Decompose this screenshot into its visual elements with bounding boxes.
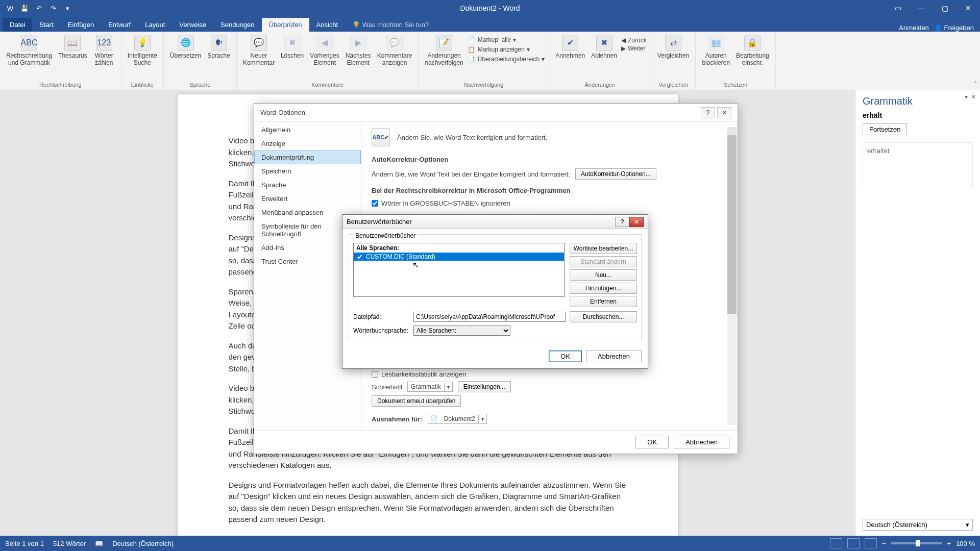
recheck-document-button[interactable]: Dokument erneut überprüfen [372, 395, 461, 407]
reviewpane-dropdown[interactable]: 📑Überarbeitungsbereich ▾ [468, 55, 545, 63]
tab-references[interactable]: Verweise [172, 18, 213, 32]
dict-lang-dropdown[interactable]: Alle Sprachen: [413, 325, 510, 336]
showcomments-button[interactable]: 💬Kommentare anzeigen [375, 34, 414, 68]
dict-list-item[interactable]: CUSTOM.DIC (Standard) [354, 253, 564, 261]
tab-review[interactable]: Überprüfen [262, 18, 309, 32]
resume-button[interactable]: Fortsetzen [863, 123, 907, 135]
help-icon[interactable]: ? [701, 107, 715, 118]
deletecomment-button[interactable]: ✖Löschen [279, 34, 306, 60]
translate-button[interactable]: 🌐Übersetzen [168, 34, 203, 60]
grammar-language-dropdown[interactable]: Deutsch (Österreich)▾ [863, 519, 973, 531]
paragraph[interactable]: Designs und Formatvorlagen helfen auch d… [229, 480, 627, 525]
word-app-icon[interactable]: W [5, 3, 15, 13]
dict-close-icon[interactable]: ✕ [629, 217, 644, 227]
smartlookup-button[interactable]: 💡Intelligente Suche [126, 34, 159, 68]
minimize-icon[interactable]: — [910, 0, 933, 16]
chk-readability-box[interactable] [372, 371, 378, 378]
grammar-suggestion[interactable]: erhaltet [863, 142, 973, 188]
options-cat-general[interactable]: Allgemein [254, 123, 361, 137]
status-language[interactable]: Deutsch (Österreich) [112, 540, 174, 547]
remove-dict-button[interactable]: Entfernen [570, 296, 637, 307]
ribbon-display-options-icon[interactable]: ▭ [886, 0, 910, 16]
options-ok-button[interactable]: OK [635, 436, 669, 448]
tab-insert[interactable]: Einfügen [61, 18, 101, 32]
zoom-in-icon[interactable]: + [947, 540, 951, 547]
tab-mailings[interactable]: Sendungen [213, 18, 262, 32]
zoom-out-icon[interactable]: − [882, 540, 886, 547]
newcomment-button[interactable]: 💬Neuer Kommentar [241, 34, 277, 68]
options-cat-advanced[interactable]: Erweitert [254, 192, 361, 206]
language-button[interactable]: 🗣Sprache [205, 34, 232, 60]
chk-uppercase-box[interactable] [372, 200, 378, 207]
tab-view[interactable]: Ansicht [309, 18, 346, 32]
compare-button[interactable]: ⇄Vergleichen [655, 34, 692, 60]
zoom-thumb[interactable] [916, 540, 920, 546]
status-wordcount[interactable]: 512 Wörter [53, 540, 86, 547]
reject-button[interactable]: ✖Ablehnen [589, 34, 619, 60]
status-page[interactable]: Seite 1 von 1 [5, 540, 44, 547]
edit-wordlist-button[interactable]: Wortliste bearbeiten... [570, 243, 637, 254]
options-cat-display[interactable]: Anzeige [254, 137, 361, 151]
markup-display-dropdown[interactable]: 📄Markup: alle ▾ [468, 36, 545, 44]
new-dict-button[interactable]: Neu... [570, 269, 637, 281]
accept-button[interactable]: ✔Annehmen [553, 34, 587, 60]
printlayout-view-icon[interactable] [847, 538, 860, 548]
redo-icon[interactable]: ↷ [48, 3, 58, 13]
nextcomment-button[interactable]: ▶Nächstes Element [344, 34, 373, 68]
qat-customize-icon[interactable]: ▾ [62, 3, 72, 13]
options-cancel-button[interactable]: Abbrechen [674, 436, 729, 448]
tab-file[interactable]: Datei [3, 18, 32, 32]
chk-uppercase[interactable]: Wörter in GROSSBUCHSTABEN ignorieren [372, 199, 727, 207]
dict-cancel-button[interactable]: Abbrechen [586, 350, 642, 362]
undo-icon[interactable]: ↶ [34, 3, 44, 13]
restrict-button[interactable]: 🔒Bearbeitung einschr. [734, 34, 771, 68]
close-icon[interactable]: ✕ [957, 0, 980, 16]
spelling-button[interactable]: ABCRechtschreibung und Grammatik [4, 34, 54, 68]
zoom-slider[interactable] [891, 542, 942, 544]
add-dict-button[interactable]: Hinzufügen... [570, 283, 637, 294]
weblayout-view-icon[interactable] [865, 538, 877, 548]
scroll-thumb[interactable] [727, 135, 737, 314]
status-proofing-icon[interactable]: 📖 [95, 540, 103, 547]
change-default-button[interactable]: Standard ändern [570, 256, 637, 267]
scroll-up-icon[interactable] [727, 127, 737, 135]
chk-readability[interactable]: Lesbarkeitsstatistik anzeigen [372, 370, 727, 378]
dict-item-checkbox[interactable] [356, 254, 363, 260]
tab-home[interactable]: Start [32, 18, 60, 32]
maximize-icon[interactable]: ▢ [933, 0, 957, 16]
prevcomment-button[interactable]: ◀Vorheriges Element [308, 34, 341, 68]
wordcount-button[interactable]: 123Wörter zählen [91, 34, 117, 68]
prev-change-button[interactable]: ◀ Zurück [621, 37, 647, 44]
tab-draw[interactable]: Entwurf [101, 18, 138, 32]
signin-link[interactable]: Anmelden [899, 24, 929, 32]
share-button[interactable]: 👤 Freigeben [934, 24, 974, 32]
dict-path-field[interactable] [413, 312, 566, 322]
pane-close-icon[interactable]: ✕ [971, 93, 976, 101]
blockauthors-button[interactable]: 👥Autoren blockieren [700, 34, 732, 68]
readmode-view-icon[interactable] [830, 538, 842, 548]
trackchanges-button[interactable]: 📝Änderungen nachverfolgen [423, 34, 465, 68]
thesaurus-button[interactable]: 📖Thesaurus [56, 34, 89, 60]
options-close-icon[interactable]: ✕ [717, 107, 731, 118]
pane-options-icon[interactable]: ▾ [965, 93, 968, 101]
browse-button[interactable]: Durchsuchen... [570, 311, 637, 322]
options-cat-save[interactable]: Speichern [254, 164, 361, 178]
writing-style-dropdown[interactable]: Grammatik▾ [407, 382, 453, 392]
dict-titlebar[interactable]: Benutzerwörterbücher ? ✕ [342, 215, 648, 229]
writing-style-settings-button[interactable]: Einstellungen... [458, 381, 511, 392]
tab-layout[interactable]: Layout [138, 18, 172, 32]
zoom-level[interactable]: 100 % [956, 540, 975, 547]
exceptions-dropdown[interactable]: 📄Dokument2▾ [428, 414, 487, 424]
save-icon[interactable]: 💾 [19, 3, 30, 13]
tell-me[interactable]: 💡 Was möchten Sie tun? [345, 18, 436, 32]
collapse-ribbon-icon[interactable]: ˄ [974, 81, 977, 88]
options-cat-proofing[interactable]: Dokumentprüfung [254, 151, 361, 164]
dict-ok-button[interactable]: OK [549, 350, 582, 362]
dict-list[interactable]: Alle Sprachen: CUSTOM.DIC (Standard) [353, 243, 565, 297]
showmarkup-dropdown[interactable]: 📋Markup anzeigen ▾ [468, 45, 545, 54]
options-cat-language[interactable]: Sprache [254, 178, 361, 192]
options-scrollbar[interactable] [727, 127, 737, 425]
next-change-button[interactable]: ▶ Weiter [621, 45, 647, 52]
dict-help-icon[interactable]: ? [615, 217, 629, 227]
autocorrect-options-button[interactable]: AutoKorrektur-Optionen... [575, 168, 656, 180]
